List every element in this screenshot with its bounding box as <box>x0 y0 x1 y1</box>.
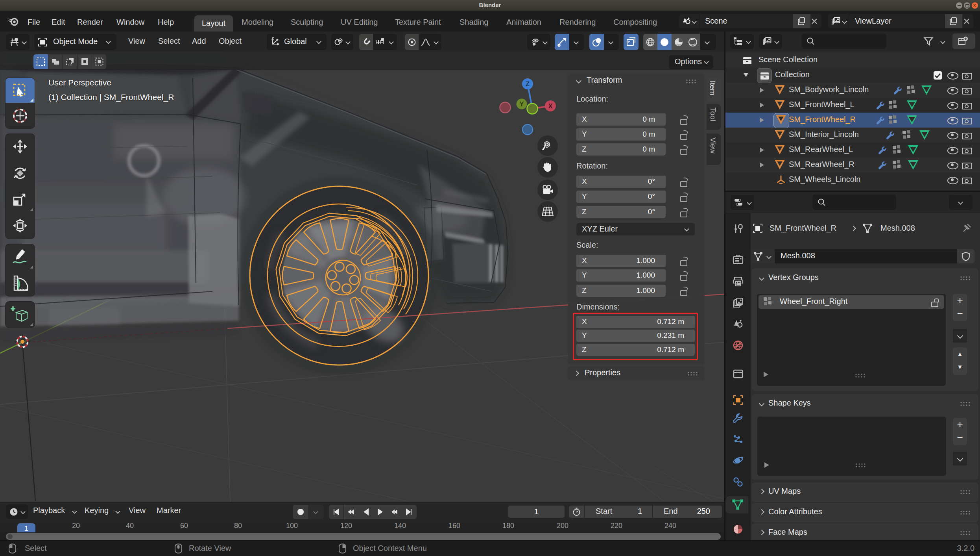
svg-text:Z: Z <box>526 81 530 87</box>
svg-text:X: X <box>548 103 553 109</box>
svg-text:Y: Y <box>520 101 524 107</box>
